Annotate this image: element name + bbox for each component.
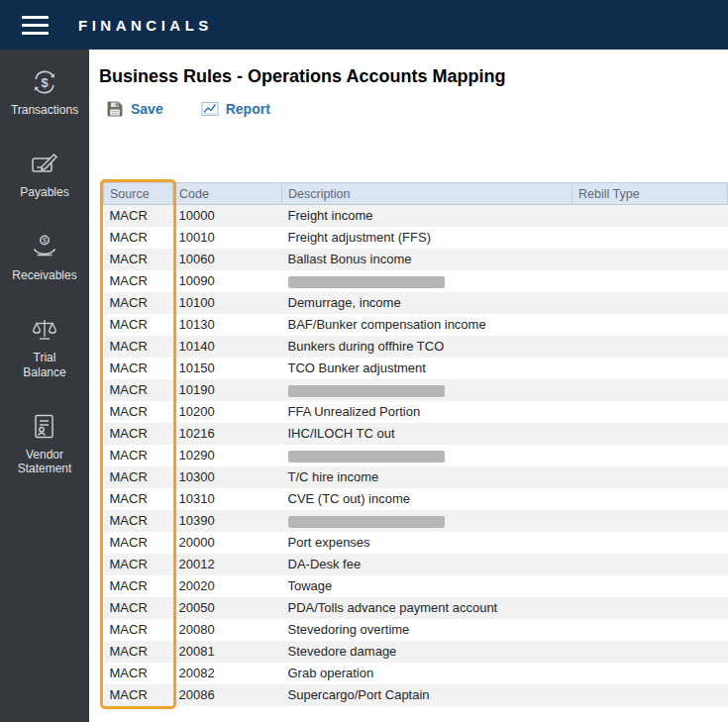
report-icon [201,100,219,118]
svg-text:$: $ [43,236,48,245]
cell-code: 10150 [173,358,282,379]
table-body: MACR 10000 Freight income MACR 10010 Fre… [104,205,728,706]
column-header-rebill-type[interactable]: Rebill Type [572,183,728,205]
cell-description [282,510,572,532]
cell-rebill-type [572,423,728,445]
cell-source: MACR [104,445,173,466]
table-row[interactable]: MACR 20081 Stevedore damage [104,641,728,663]
table-row[interactable]: MACR 10216 IHC/ILOCH TC out [104,423,728,445]
table-row[interactable]: MACR 10200 FFA Unrealized Portion [104,401,728,423]
cell-source: MACR [104,663,173,684]
cell-source: MACR [104,336,173,358]
column-header-code[interactable]: Code [173,183,282,205]
hamburger-menu-icon[interactable] [22,16,49,35]
cell-source: MACR [104,488,173,510]
table-row[interactable]: MACR 10390 [104,510,728,532]
sidebar-item-transactions[interactable]: $ Transactions [11,67,78,117]
table-row[interactable]: MACR 10010 Freight adjustment (FFS) [104,227,728,249]
cell-rebill-type [572,314,728,336]
cell-source: MACR [104,554,173,575]
cell-description: Supercargo/Port Captain [282,684,572,706]
cell-rebill-type [572,597,728,619]
cell-description: Ballast Bonus income [282,249,572,270]
redacted-description [288,385,445,397]
cell-description [282,270,572,292]
table-row[interactable]: MACR 10190 [104,379,728,401]
table-row[interactable]: MACR 10290 [104,445,728,466]
svg-text:$: $ [41,75,49,90]
cell-code: 20050 [173,597,282,619]
cell-code: 10100 [173,292,282,314]
sidebar-item-vendor-statement[interactable]: Vendor Statement [18,412,72,476]
table-row[interactable]: MACR 10310 CVE (TC out) income [104,488,728,510]
sidebar: $ Transactions Payables $ Receivables [0,50,89,722]
save-icon [106,100,124,118]
cell-source: MACR [104,314,173,336]
cell-source: MACR [104,401,173,423]
table-row[interactable]: MACR 20082 Grab operation [104,663,728,684]
cell-description: IHC/ILOCH TC out [282,423,572,445]
table-row[interactable]: MACR 10060 Ballast Bonus income [104,249,728,270]
cell-source: MACR [104,619,173,641]
cell-source: MACR [104,575,173,597]
redacted-description [288,516,445,528]
sidebar-item-receivables[interactable]: $ Receivables [12,233,76,282]
sidebar-item-label: Trial Balance [23,351,65,379]
cell-description: CVE (TC out) income [282,488,572,510]
cell-rebill-type [572,227,728,249]
toolbar: Save Report [106,99,728,119]
receivables-icon: $ [30,233,59,262]
table-row[interactable]: MACR 20012 DA-Desk fee [104,554,728,575]
table-header: Source Code Description Rebill Type [104,183,728,205]
cell-rebill-type [572,379,728,401]
cell-source: MACR [104,358,173,379]
cell-source: MACR [104,292,173,314]
cell-rebill-type [572,205,728,227]
table-row[interactable]: MACR 20000 Port expenses [104,532,728,554]
cell-rebill-type [572,488,728,510]
column-header-description[interactable]: Description [282,183,572,205]
cell-description: Towage [282,575,572,597]
save-button[interactable]: Save [106,100,163,118]
table-row[interactable]: MACR 20020 Towage [104,575,728,597]
table-row[interactable]: MACR 10300 T/C hire income [104,466,728,488]
cell-code: 20020 [173,575,282,597]
cell-description: Port expenses [282,532,572,554]
report-button[interactable]: Report [201,100,270,118]
table-row[interactable]: MACR 10130 BAF/Bunker compensation incom… [104,314,728,336]
sidebar-item-payables[interactable]: Payables [20,150,68,199]
cell-code: 10390 [173,510,282,532]
cell-source: MACR [104,249,173,270]
cell-code: 20081 [173,641,282,663]
cell-code: 20012 [173,554,282,575]
table-row[interactable]: MACR 10140 Bunkers during offhire TCO [104,336,728,358]
cell-code: 10000 [173,205,282,227]
cell-code: 10190 [173,379,282,401]
sidebar-item-trial-balance[interactable]: Trial Balance [23,315,65,379]
cell-rebill-type [572,554,728,575]
cell-code: 10060 [173,249,282,270]
accounts-mapping-table: Source Code Description Rebill Type MACR… [103,182,727,706]
table-row[interactable]: MACR 20050 PDA/Tolls advance payment acc… [104,597,728,619]
cell-description: Freight adjustment (FFS) [282,227,572,249]
cell-description: FFA Unrealized Portion [282,401,572,423]
cell-description: T/C hire income [282,466,572,488]
report-button-label: Report [226,101,270,117]
table-row[interactable]: MACR 10000 Freight income [104,205,728,227]
table-row[interactable]: MACR 10090 [104,270,728,292]
cell-description: Stevedore damage [282,641,572,663]
cell-source: MACR [104,227,173,249]
table-row[interactable]: MACR 20080 Stevedoring overtime [104,619,728,641]
table-row[interactable]: MACR 20086 Supercargo/Port Captain [104,684,728,706]
cell-rebill-type [572,358,728,379]
column-header-source[interactable]: Source [104,183,173,205]
cell-source: MACR [104,510,173,532]
cell-source: MACR [104,205,173,227]
page-title: Business Rules - Operations Accounts Map… [99,66,728,87]
cell-source: MACR [104,597,173,619]
table-row[interactable]: MACR 10100 Demurrage, income [104,292,728,314]
table-row[interactable]: MACR 10150 TCO Bunker adjustment [104,358,728,379]
top-bar: FINANCIALS [0,0,728,50]
cell-code: 10090 [173,270,282,292]
cell-rebill-type [572,336,728,358]
